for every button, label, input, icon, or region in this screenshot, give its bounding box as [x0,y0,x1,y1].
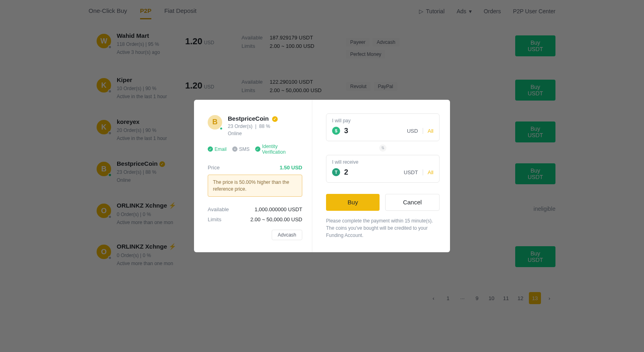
modal-note: Please complete the payment within 15 mi… [326,217,440,239]
modal-buy-button[interactable]: Buy [326,194,380,211]
pay-amount[interactable]: 3 [344,127,407,135]
receive-input-block[interactable]: I will receive T 2 USDT | All [326,155,440,183]
modal-limits-label: Limits [208,216,221,222]
receive-amount[interactable]: 2 [344,168,404,177]
disabled-icon: • [232,146,237,152]
modal-cancel-button[interactable]: Cancel [385,194,440,211]
modal-limits-value: 2.00 ~ 50,000.00 USD [250,216,302,222]
receive-all-button[interactable]: All [428,169,433,175]
swap-icon[interactable]: ⇅ [379,144,386,152]
buy-modal: B BestpriceCoin ✓ 23 Order(s) | 88 % Onl… [194,100,450,253]
modal-seller-name[interactable]: BestpriceCoin ✓ [228,115,278,122]
modal-available-value: 1,000.000000 USDT [254,206,302,212]
modal-available-label: Available [208,206,229,212]
modal-price-label: Price [208,165,220,171]
modal-verification-row: ✓ Email • SMS ✓ Identity Verification [208,144,302,155]
modal-seller-status: Online [228,131,278,136]
modal-overlay: B BestpriceCoin ✓ 23 Order(s) | 88 % Onl… [0,0,644,352]
verif-sms: • SMS [232,144,250,155]
verif-identity: ✓ Identity Verification [255,144,302,155]
check-icon: ✓ [255,146,260,152]
modal-seller-avatar: B [208,115,222,130]
verified-badge-icon: ✓ [272,116,278,122]
modal-seller-initial: B [213,118,218,126]
usdt-coin-icon: T [332,168,340,176]
modal-payment-chip: Advcash [272,230,302,240]
pay-all-button[interactable]: All [428,128,433,134]
online-dot-icon [219,127,223,130]
receive-label: I will receive [332,159,433,165]
pay-label: I will pay [332,118,433,124]
modal-price-warning: The price is 50.00% higher than the refe… [208,175,302,197]
pay-unit: USD [407,128,418,134]
modal-price-value: 1.50 USD [280,165,302,171]
usd-coin-icon: $ [332,127,340,135]
pay-input-block[interactable]: I will pay $ 3 USD | All [326,113,440,141]
modal-seller-stats: 23 Order(s) | 88 % [228,124,278,129]
verif-email: ✓ Email [208,144,227,155]
check-icon: ✓ [208,146,213,152]
receive-unit: USDT [404,169,418,175]
